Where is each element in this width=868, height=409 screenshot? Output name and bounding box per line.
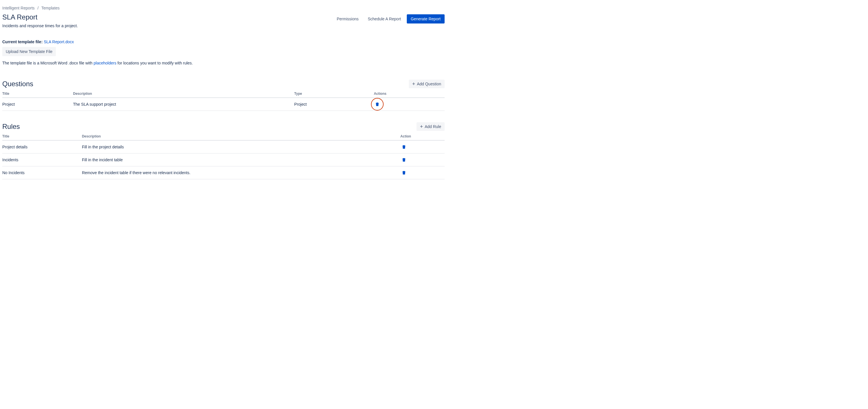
highlight-circle <box>374 101 381 108</box>
questions-title: Questions <box>2 80 33 88</box>
rule-action-cell <box>401 166 444 179</box>
template-hint: The template file is a Microsoft Word .d… <box>2 61 444 65</box>
current-template-file-label: Current template file: <box>2 39 43 44</box>
generate-report-button[interactable]: Generate Report <box>407 14 444 24</box>
delete-rule-button[interactable] <box>401 169 407 176</box>
template-file-link[interactable]: SLA Report.docx <box>44 39 74 44</box>
trash-icon <box>402 145 406 149</box>
questions-col-type: Type <box>294 90 374 98</box>
plus-icon: + <box>420 125 423 129</box>
table-row: Project The SLA support project Project <box>2 98 444 111</box>
rule-description-cell: Remove the incident table if there were … <box>82 166 401 179</box>
template-hint-pretext: The template file is a Microsoft Word .d… <box>2 61 94 65</box>
questions-header: Questions + Add Question <box>2 80 444 88</box>
page-header: SLA Report Permissions Schedule A Report… <box>2 13 444 24</box>
permissions-button[interactable]: Permissions <box>333 14 362 24</box>
add-question-label: Add Question <box>417 82 441 86</box>
question-title-cell: Project <box>2 98 73 111</box>
table-row: No Incidents Remove the incident table i… <box>2 166 444 179</box>
question-description-cell: The SLA support project <box>73 98 294 111</box>
rules-col-description: Description <box>82 133 401 140</box>
trash-icon <box>402 170 406 175</box>
question-type-cell: Project <box>294 98 374 111</box>
breadcrumb-intelligent-reports[interactable]: Intelligent Reports <box>2 6 35 10</box>
breadcrumb: Intelligent Reports / Templates <box>2 6 444 10</box>
rules-col-title: Title <box>2 133 82 140</box>
table-row: Incidents Fill in the incident table <box>2 154 444 166</box>
rules-header: Rules + Add Rule <box>2 122 444 131</box>
questions-col-title: Title <box>2 90 73 98</box>
rule-title-cell: Incidents <box>2 154 82 166</box>
add-rule-button[interactable]: + Add Rule <box>416 122 444 131</box>
rule-description-cell: Fill in the project details <box>82 140 401 154</box>
questions-col-description: Description <box>73 90 294 98</box>
upload-template-button[interactable]: Upload New Template File <box>2 47 56 56</box>
rules-title: Rules <box>2 123 20 131</box>
question-actions-cell <box>374 98 444 111</box>
plus-icon: + <box>412 82 415 86</box>
delete-rule-button[interactable] <box>401 156 407 163</box>
header-actions: Permissions Schedule A Report Generate R… <box>333 14 444 24</box>
trash-icon <box>375 102 379 106</box>
template-hint-posttext: for locations you want to modify with ru… <box>116 61 193 65</box>
page-title: SLA Report <box>2 13 37 21</box>
add-rule-label: Add Rule <box>425 124 441 129</box>
table-row: Project details Fill in the project deta… <box>2 140 444 154</box>
rule-title-cell: Project details <box>2 140 82 154</box>
trash-icon <box>402 158 406 162</box>
add-question-button[interactable]: + Add Question <box>409 80 444 88</box>
current-template-file-row: Current template file: SLA Report.docx <box>2 39 444 44</box>
rule-description-cell: Fill in the incident table <box>82 154 401 166</box>
rule-action-cell <box>401 140 444 154</box>
placeholders-link[interactable]: placeholders <box>94 61 116 65</box>
delete-rule-button[interactable] <box>401 144 407 150</box>
breadcrumb-separator: / <box>37 6 39 10</box>
rules-table: Title Description Action Project details… <box>2 133 444 179</box>
schedule-report-button[interactable]: Schedule A Report <box>364 14 404 24</box>
questions-table: Title Description Type Actions Project T… <box>2 90 444 111</box>
rule-title-cell: No Incidents <box>2 166 82 179</box>
delete-question-button[interactable] <box>374 101 381 108</box>
page-description: Incidents and response times for a proje… <box>2 24 444 28</box>
rule-action-cell <box>401 154 444 166</box>
rules-col-action: Action <box>401 133 444 140</box>
breadcrumb-templates[interactable]: Templates <box>41 6 60 10</box>
questions-col-actions: Actions <box>374 90 444 98</box>
